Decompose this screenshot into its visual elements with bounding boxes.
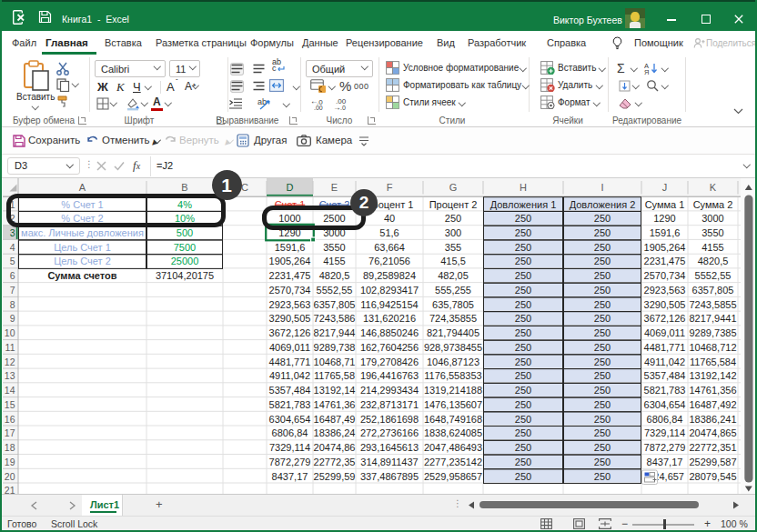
svg-text:4481,771: 4481,771 xyxy=(644,342,686,353)
svg-text:J: J xyxy=(662,182,668,193)
svg-text:11765,58: 11765,58 xyxy=(314,370,355,381)
svg-text:14761,356: 14761,356 xyxy=(690,385,737,396)
svg-text:13: 13 xyxy=(5,370,15,381)
svg-text:250: 250 xyxy=(515,457,531,467)
svg-text:214,2993434: 214,2993434 xyxy=(360,385,419,396)
svg-text:355: 355 xyxy=(445,242,461,253)
svg-text:2231,475: 2231,475 xyxy=(269,270,311,281)
svg-text:6806,84: 6806,84 xyxy=(272,427,308,438)
svg-text:250: 250 xyxy=(594,256,611,266)
svg-text:500: 500 xyxy=(177,227,193,238)
svg-text:146,8850246: 146,8850246 xyxy=(360,327,419,338)
svg-text:7329,114: 7329,114 xyxy=(644,427,685,438)
svg-text:Довложения 2: Довложения 2 xyxy=(570,199,636,210)
svg-text:250: 250 xyxy=(515,385,531,396)
svg-text:6304,654: 6304,654 xyxy=(644,399,686,410)
svg-text:2923,563: 2923,563 xyxy=(269,299,311,310)
svg-text:250: 250 xyxy=(515,270,531,281)
svg-text:9289,738: 9289,738 xyxy=(314,342,356,353)
svg-text:Цель Счет 1: Цель Счет 1 xyxy=(54,242,111,253)
svg-text:9: 9 xyxy=(10,313,15,324)
svg-text:555,255: 555,255 xyxy=(435,285,471,296)
svg-text:1319,214188: 1319,214188 xyxy=(424,385,482,396)
svg-text:4069,011: 4069,011 xyxy=(269,342,310,353)
svg-text:250: 250 xyxy=(515,471,531,482)
svg-text:I: I xyxy=(601,182,603,193)
svg-text:232,8713171: 232,8713171 xyxy=(360,399,419,410)
svg-text:25000: 25000 xyxy=(171,256,199,266)
svg-text:Цель Счет 2: Цель Счет 2 xyxy=(54,256,111,266)
svg-text:16: 16 xyxy=(5,414,15,425)
svg-text:4155: 4155 xyxy=(323,256,345,266)
svg-text:.00: .00 xyxy=(314,105,323,110)
svg-text:8217,9441: 8217,9441 xyxy=(690,313,737,324)
svg-text:3550: 3550 xyxy=(323,242,345,253)
svg-text:250: 250 xyxy=(515,427,531,438)
svg-text:250: 250 xyxy=(594,342,611,353)
svg-text:1476,135607: 1476,135607 xyxy=(424,399,482,410)
svg-text:482,05: 482,05 xyxy=(438,270,469,281)
svg-text:18386,241: 18386,241 xyxy=(690,414,737,425)
svg-text:3672,126: 3672,126 xyxy=(644,313,686,324)
svg-text:4911,042: 4911,042 xyxy=(644,356,685,367)
svg-text:25299,59: 25299,59 xyxy=(314,471,356,482)
svg-text:3000: 3000 xyxy=(701,213,723,224)
svg-text:22772,35: 22772,35 xyxy=(314,457,356,467)
svg-text:250: 250 xyxy=(594,471,611,482)
svg-text:3290,505: 3290,505 xyxy=(644,299,686,310)
svg-text:250: 250 xyxy=(594,313,611,324)
svg-text:10468,71: 10468,71 xyxy=(314,356,356,367)
svg-text:250: 250 xyxy=(515,370,531,381)
svg-text:928,9738455: 928,9738455 xyxy=(424,342,482,353)
svg-text:89,2589824: 89,2589824 xyxy=(363,270,416,281)
svg-text:250: 250 xyxy=(515,327,531,338)
svg-text:10: 10 xyxy=(5,327,15,338)
svg-text:Я: Я xyxy=(644,68,649,75)
svg-text:250: 250 xyxy=(515,313,531,324)
svg-text:7243,586: 7243,586 xyxy=(314,313,356,324)
svg-text:1591,6: 1591,6 xyxy=(275,242,306,253)
svg-text:3290,505: 3290,505 xyxy=(269,313,311,324)
svg-text:9289,7385: 9289,7385 xyxy=(690,327,737,338)
svg-text:37104,20175: 37104,20175 xyxy=(156,270,214,281)
svg-text:4481,771: 4481,771 xyxy=(269,356,311,367)
svg-text:11: 11 xyxy=(5,342,15,353)
svg-text:635,7805: 635,7805 xyxy=(432,299,474,310)
svg-text:4911,042: 4911,042 xyxy=(269,370,310,381)
svg-text:293,1645613: 293,1645613 xyxy=(360,442,419,453)
svg-text:6357,805: 6357,805 xyxy=(692,285,734,296)
svg-text:250: 250 xyxy=(594,370,611,381)
svg-text:250: 250 xyxy=(515,213,531,224)
svg-text:250: 250 xyxy=(594,457,611,467)
svg-text:2570,734: 2570,734 xyxy=(269,285,311,296)
svg-text:2231,475: 2231,475 xyxy=(644,256,686,266)
svg-text:14: 14 xyxy=(5,385,15,396)
svg-text:272,2736166: 272,2736166 xyxy=(360,427,419,438)
svg-text:250: 250 xyxy=(594,399,611,410)
svg-text:131,620216: 131,620216 xyxy=(363,313,416,324)
svg-text:5821,783: 5821,783 xyxy=(644,385,686,396)
svg-text:25299,587: 25299,587 xyxy=(690,457,737,467)
svg-text:250: 250 xyxy=(594,356,611,367)
svg-text:8437,17: 8437,17 xyxy=(647,457,683,467)
svg-text:250: 250 xyxy=(515,342,531,353)
svg-text:7872,279: 7872,279 xyxy=(269,457,311,467)
svg-text:5552,55: 5552,55 xyxy=(695,270,732,281)
svg-text:821,794405: 821,794405 xyxy=(427,327,479,338)
svg-text:20474,86: 20474,86 xyxy=(314,442,356,453)
svg-text:18: 18 xyxy=(5,442,15,453)
svg-text:5: 5 xyxy=(10,256,15,266)
svg-text:250: 250 xyxy=(515,442,531,453)
svg-text:5357,484: 5357,484 xyxy=(644,370,686,381)
svg-text:2529,958657: 2529,958657 xyxy=(424,471,482,482)
svg-text:6806,84: 6806,84 xyxy=(647,414,683,425)
svg-text:1176,558353: 1176,558353 xyxy=(424,370,481,381)
svg-text:16487,492: 16487,492 xyxy=(690,399,737,410)
svg-text:250: 250 xyxy=(594,213,611,224)
svg-text:162,7604256: 162,7604256 xyxy=(360,342,419,353)
svg-text:22772,351: 22772,351 xyxy=(690,442,737,453)
svg-text:4820,5: 4820,5 xyxy=(698,256,729,266)
svg-text:24,657: 24,657 xyxy=(653,471,684,482)
svg-text:8437,17: 8437,17 xyxy=(272,471,308,482)
svg-text:15: 15 xyxy=(5,399,15,410)
